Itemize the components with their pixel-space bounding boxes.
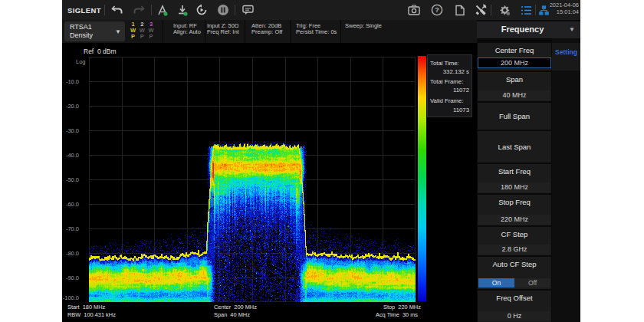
toolbar-divider	[104, 5, 105, 15]
status-divider	[245, 20, 245, 43]
spectrum-analyzer-app: SIGLENT ?	[62, 0, 580, 322]
rbw-readout: RBW 100.431 kHz	[67, 311, 116, 319]
status-divider	[340, 20, 341, 43]
status-divider	[163, 20, 163, 43]
save-marker-icon[interactable]	[176, 3, 189, 17]
y-tick-label: -10.0	[62, 78, 79, 85]
value-field[interactable]: 40 MHz	[478, 90, 550, 100]
tab-setting[interactable]: Setting	[552, 43, 580, 71]
menu-list-icon[interactable]	[519, 3, 533, 17]
toolbar-divider	[235, 5, 235, 15]
menu-item-stop-freq[interactable]: Stop Freq 220 MHz	[478, 195, 551, 225]
value-field-selected[interactable]: 200 MHz	[478, 58, 551, 68]
span-readout: Span 40 MHz	[214, 311, 250, 319]
value-field[interactable]: 180 MHz	[478, 182, 550, 192]
status-divider	[290, 20, 291, 43]
status-field-atten: Atten: 20dBPreamp: Off	[251, 23, 282, 35]
density-spectrum-plot[interactable]	[89, 57, 416, 302]
file-icon[interactable]	[453, 3, 467, 17]
date-text: 2021-04-06	[539, 2, 579, 8]
undo-icon[interactable]	[110, 3, 124, 17]
toolbar: SIGLENT ?	[62, 0, 580, 20]
y-tick-label: -70.0	[62, 225, 79, 232]
value-field[interactable]: 2.8 GHz	[478, 245, 550, 255]
screenshot-icon[interactable]	[407, 3, 421, 17]
replay-icon[interactable]	[195, 3, 209, 17]
total-frame-value: 11072	[453, 87, 469, 94]
y-tick-label: -100.0	[62, 294, 79, 301]
y-tick-label: -40.0	[62, 152, 79, 159]
menu-item-last-span[interactable]: Last Span	[478, 131, 551, 163]
redo-icon[interactable]	[132, 3, 146, 17]
acq-time-readout: Acq Time 30 ms	[376, 311, 418, 319]
toolbar-divider	[151, 5, 152, 15]
menu-item-start-freq[interactable]: Start Freq 180 MHz	[478, 164, 551, 193]
toggle-off[interactable]: Off	[514, 278, 550, 288]
menu-item-auto-cf-step[interactable]: Auto CF Step On Off	[478, 257, 551, 289]
message-icon[interactable]	[241, 3, 255, 17]
mode-name: RTSA1	[70, 23, 93, 31]
trace-indicator-1[interactable]: 1WP	[130, 21, 137, 40]
start-freq-readout: Start 180 MHz	[67, 304, 105, 311]
pause-icon[interactable]	[216, 3, 230, 17]
valid-frame-value: 11073	[453, 107, 469, 113]
density-colorbar	[418, 56, 426, 301]
menu-header[interactable]: Frequency ▼	[477, 21, 580, 38]
menu-item-span[interactable]: Span 40 MHz	[478, 72, 551, 101]
tools-icon[interactable]	[474, 3, 488, 17]
y-tick-label: -50.0	[62, 176, 79, 183]
trace-indicator-3[interactable]: 3WP	[147, 21, 155, 40]
value-field[interactable]: 0 Hz	[478, 311, 550, 321]
siglent-logo: SIGLENT	[67, 6, 101, 15]
scale-label: Log	[76, 58, 86, 65]
menu-item-freq-offset[interactable]: Freq Offset 0 Hz	[478, 291, 551, 322]
value-field[interactable]: 220 MHz	[478, 215, 550, 225]
status-field-trigger: Trig: FreePersist Time: 0s	[296, 23, 337, 35]
menu-item-center-freq[interactable]: Center Freq 200 MHz	[478, 43, 551, 71]
total-time-label: Total Time:	[430, 60, 459, 67]
total-frame-label: Total Frame:	[430, 78, 463, 85]
stop-freq-readout: Stop 220 MHz	[383, 304, 421, 311]
chevron-down-icon: ▼	[569, 26, 575, 33]
status-divider	[205, 20, 205, 43]
valid-frame-label: Valid Frame:	[430, 97, 464, 104]
center-freq-readout: Center 200 MHz	[214, 304, 257, 311]
status-field-impedance: Input Z: 50ΩFreq Ref: Int	[207, 23, 239, 35]
y-tick-label: -90.0	[62, 274, 79, 281]
status-field-input: Input: RFAlign: Auto	[173, 23, 201, 35]
status-field-sweep: Sweep: Single	[345, 23, 382, 35]
screenshot-canvas: SIGLENT ?	[0, 0, 644, 322]
total-time-value: 332.132 s	[443, 68, 469, 75]
limit-icon[interactable]	[156, 3, 169, 17]
y-tick-label: -60.0	[62, 201, 79, 208]
status-bar: RTSA1 Density ▼ 1WP2WP3WP Input: RFAlign…	[62, 20, 477, 43]
menu-panel: Frequency ▼ Center Freq 200 MHz Span 40 …	[477, 20, 580, 322]
mode-view: Density	[70, 31, 93, 40]
menu-title: Frequency	[477, 25, 568, 34]
toolbar-divider	[491, 5, 491, 15]
settings-gear-icon[interactable]	[498, 3, 511, 17]
auto-cf-step-toggle[interactable]: On Off	[478, 278, 550, 288]
y-tick-label: -80.0	[62, 250, 79, 257]
y-tick-label: -30.0	[62, 127, 79, 134]
svg-text:?: ?	[435, 6, 439, 14]
menu-item-cf-step[interactable]: CF Step 2.8 GHz	[478, 227, 551, 255]
toolbar-divider	[535, 5, 536, 15]
toggle-on[interactable]: On	[478, 278, 514, 288]
trace-indicator-2[interactable]: 2WP	[138, 21, 146, 40]
ref-level-label: Ref 0 dBm	[84, 48, 117, 55]
y-tick-label: -20.0	[62, 103, 79, 110]
menu-item-full-span[interactable]: Full Span	[478, 103, 551, 130]
time-text: 15:01:04	[539, 8, 579, 15]
datetime: 2021-04-06 15:01:04	[539, 2, 579, 15]
mode-selector[interactable]: RTSA1 Density ▼	[64, 21, 125, 41]
setting-tab-column: Setting	[552, 38, 580, 322]
chevron-down-icon: ▼	[115, 28, 121, 35]
help-icon[interactable]: ?	[430, 3, 444, 17]
acquisition-info-box: Total Time: 332.132 s Total Frame: 11072…	[427, 54, 472, 117]
menu-items: Center Freq 200 MHz Span 40 MHz Full Spa…	[478, 38, 551, 322]
